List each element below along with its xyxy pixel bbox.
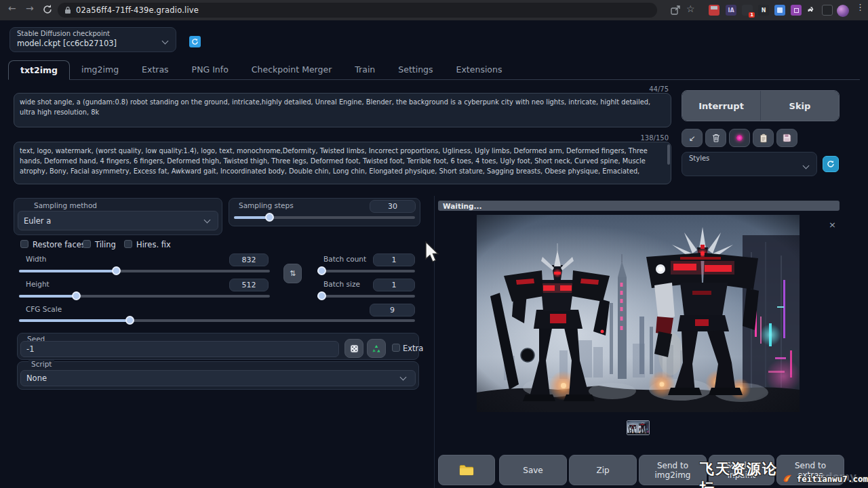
save-style-button[interactable] [776,129,797,147]
extension-icon-ia[interactable]: IA [726,5,736,16]
tab-img2img[interactable]: img2img [70,60,130,80]
tab-train[interactable]: Train [343,60,387,80]
clear-prompt-button[interactable] [705,129,726,147]
seed-input[interactable]: -1 [20,341,339,357]
checkpoint-refresh-button[interactable] [189,36,201,47]
floppy-icon [783,134,791,142]
watermark-site-text: feitianwu7.com [797,474,868,484]
interrupt-button[interactable]: Interrupt [682,91,761,121]
checkpoint-dropdown[interactable]: Stable Diffusion checkpoint model.ckpt [… [9,27,176,52]
chevron-down-icon [803,163,810,169]
negative-prompt-scrollbar[interactable] [667,144,670,165]
share-icon[interactable] [670,5,681,16]
forward-icon[interactable]: → [26,3,34,14]
hires-fix-label: Hires. fix [136,240,171,249]
recycle-icon [372,344,381,353]
extensions-puzzle-icon[interactable] [806,5,817,16]
skip-button[interactable]: Skip [761,91,839,121]
batch-count-label: Batch count [323,255,366,263]
folder-icon [459,464,474,476]
tab-txt2img[interactable]: txt2img [8,60,70,80]
negative-prompt-input[interactable]: text, logo, watermark, (worst quality, l… [14,142,671,184]
lock-icon [64,6,71,14]
profile-avatar[interactable] [837,5,849,17]
restore-faces-label: Restore faces [33,240,85,249]
generated-image[interactable] [477,215,800,412]
chevron-down-icon [400,374,407,381]
checkpoint-label: Stable Diffusion checkpoint [17,30,110,37]
extra-seed-checkbox[interactable] [392,344,400,352]
swap-dimensions-button[interactable]: ⇅ [283,264,302,283]
hires-fix-checkbox[interactable] [124,240,132,248]
height-label: Height [26,280,50,288]
cfg-scale-slider[interactable] [19,316,415,325]
open-folder-button[interactable] [438,455,495,485]
script-select[interactable]: None [20,370,416,386]
reuse-seed-button[interactable] [367,339,386,358]
apply-style-button[interactable] [753,129,774,147]
sampling-steps-value[interactable]: 30 [370,200,416,213]
restore-faces-checkbox[interactable] [20,240,28,248]
column-divider [434,196,435,488]
tiling-checkbox[interactable] [83,240,91,248]
tab-extensions[interactable]: Extensions [445,60,514,80]
height-value[interactable]: 512 [229,279,269,291]
extension-icon-n[interactable]: N [758,5,769,16]
send-to-img2img-button[interactable]: Send to img2img [639,455,707,485]
extension-icon-dark[interactable] [822,5,833,16]
negative-token-counter: 138/150 [14,134,669,142]
tab-extras[interactable]: Extras [130,60,180,80]
height-slider[interactable] [19,291,270,301]
stable-diffusion-webui: ← → 02a56ff4-71ff-439e.gradio.live ☆ IA … [0,0,868,488]
sampling-steps-slider[interactable] [234,213,415,222]
address-bar[interactable]: 02a56ff4-71ff-439e.gradio.live [58,3,657,18]
browser-menu-icon[interactable]: ⋮ [856,2,865,12]
save-button[interactable]: Save [499,455,567,485]
watermark-logo [782,472,793,485]
batch-count-value[interactable]: 1 [373,253,415,266]
tab-checkpoint-merger[interactable]: Checkpoint Merger [240,60,343,80]
width-value[interactable]: 832 [229,253,269,266]
tiling-label: Tiling [95,240,116,249]
back-icon[interactable]: ← [8,3,16,14]
watermark-forum-text: 飞天资源论坛 [700,460,778,488]
styles-refresh-button[interactable] [823,156,839,172]
mouse-cursor [425,241,439,264]
swap-arrows-icon: ⇅ [290,269,296,278]
bookmark-star-icon[interactable]: ☆ [686,3,695,14]
prompt-token-counter: 44/75 [14,85,669,93]
batch-count-slider[interactable] [317,266,415,276]
extension-icon-badge[interactable]: 1 [742,5,753,16]
chevron-down-icon [204,217,211,224]
width-slider[interactable] [19,266,270,276]
batch-size-label: Batch size [323,280,360,288]
extension-icon-purple[interactable] [791,5,802,16]
tab-settings[interactable]: Settings [387,60,444,80]
main-tabs: txt2img img2img Extras PNG Info Checkpoi… [8,60,860,80]
extra-networks-button[interactable] [729,129,750,147]
batch-size-slider[interactable] [317,291,415,301]
random-seed-button[interactable] [344,339,363,358]
zip-button[interactable]: Zip [569,455,637,485]
generate-button-group: Interrupt Skip [682,90,840,121]
extension-icon-blue[interactable] [774,5,785,16]
cfg-scale-value[interactable]: 9 [370,304,415,317]
paste-arrow-icon: ↙ [688,134,695,143]
tab-png-info[interactable]: PNG Info [180,60,240,80]
close-image-icon[interactable]: × [829,220,836,230]
script-value: None [26,373,47,383]
prompt-input[interactable]: wide shot angle, a (gundam:0.8) robot st… [14,93,671,127]
paste-params-button[interactable]: ↙ [682,129,703,147]
sampling-method-select[interactable]: Euler a [18,211,218,230]
checkpoint-value: model.ckpt [cc6cb27103] [17,39,117,48]
styles-dropdown[interactable]: Styles [682,152,817,176]
extension-icon-1[interactable] [709,5,719,16]
sampling-steps-label: Sampling steps [239,201,294,209]
batch-size-value[interactable]: 1 [373,279,415,291]
dice-icon [350,344,359,353]
script-label: Script [28,360,54,368]
refresh-icon[interactable] [42,4,53,15]
gallery-thumbnail[interactable] [627,420,650,435]
sampling-method-label: Sampling method [34,201,97,209]
sampling-method-value: Euler a [24,216,51,226]
